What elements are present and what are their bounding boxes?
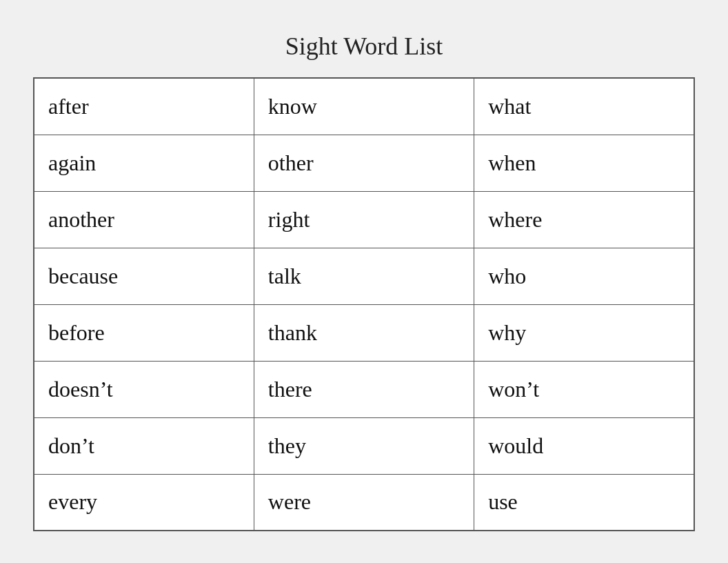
word-cell: where <box>474 191 694 248</box>
sight-word-table: afterknowwhatagainotherwhenanotherrightw… <box>33 77 695 531</box>
word-cell: again <box>34 135 254 191</box>
word-cell: won’t <box>474 361 694 417</box>
word-cell: would <box>474 417 694 474</box>
word-cell: who <box>474 248 694 304</box>
word-cell: they <box>254 417 474 474</box>
page-title: Sight Word List <box>285 32 443 61</box>
word-cell: talk <box>254 248 474 304</box>
word-cell: when <box>474 135 694 191</box>
word-cell: right <box>254 191 474 248</box>
word-cell: what <box>474 78 694 135</box>
word-cell: every <box>34 474 254 531</box>
word-cell: after <box>34 78 254 135</box>
table-row: everywereuse <box>34 474 694 531</box>
table-row: doesn’ttherewon’t <box>34 361 694 417</box>
word-cell: because <box>34 248 254 304</box>
word-cell: why <box>474 304 694 361</box>
word-cell: use <box>474 474 694 531</box>
table-row: afterknowwhat <box>34 78 694 135</box>
word-cell: before <box>34 304 254 361</box>
word-cell: there <box>254 361 474 417</box>
word-cell: were <box>254 474 474 531</box>
table-row: don’ttheywould <box>34 417 694 474</box>
word-cell: thank <box>254 304 474 361</box>
word-cell: other <box>254 135 474 191</box>
table-row: becausetalkwho <box>34 248 694 304</box>
table-row: anotherrightwhere <box>34 191 694 248</box>
table-row: beforethankwhy <box>34 304 694 361</box>
table-row: againotherwhen <box>34 135 694 191</box>
word-cell: don’t <box>34 417 254 474</box>
word-cell: know <box>254 78 474 135</box>
word-cell: another <box>34 191 254 248</box>
word-cell: doesn’t <box>34 361 254 417</box>
